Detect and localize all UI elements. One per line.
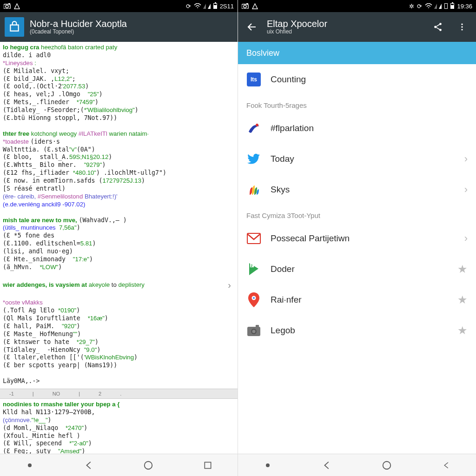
nav-back-icon[interactable] (320, 458, 334, 472)
battery-icon (450, 3, 454, 9)
tab-bar[interactable]: Boslview (238, 42, 476, 64)
app-list[interactable]: Its CountingFook Tourth-5rages #flparlat… (238, 64, 476, 454)
camera-icon (246, 323, 261, 338)
list-item[interactable]: Skys› (238, 174, 476, 205)
svg-point-19 (253, 297, 255, 299)
list-item[interactable]: Today› (238, 144, 476, 174)
list-item[interactable]: Its Counting (238, 64, 476, 95)
tab-label: Boslview (246, 48, 279, 58)
nav-dot[interactable] (23, 458, 37, 472)
vline-icon (444, 3, 448, 9)
triangle-icon (252, 3, 258, 9)
app-bar: Nobr-a Hucider Xaoptla (0cadeal Toponel) (0, 12, 238, 42)
svg-point-6 (244, 5, 246, 8)
camera-icon (242, 3, 249, 9)
chevron-right-icon: › (464, 232, 468, 245)
triangle-icon (14, 3, 20, 9)
app-title: Eltap Xpocelor (267, 19, 327, 29)
signal-icon (434, 4, 437, 9)
play-icon: 2 (246, 262, 261, 277)
list-item-label: Legob (271, 325, 448, 336)
list-item-label: #flparlation (271, 123, 468, 133)
signal-icon-2 (439, 4, 442, 9)
nav-bar (238, 454, 476, 476)
status-bar: ⟳ 2S11 (0, 0, 238, 12)
svg-point-22 (252, 330, 256, 333)
code-viewer[interactable]: Io hegug cra heezhofä baton crarted paty… (0, 42, 238, 389)
app-subtitle: uix Ohfied (267, 29, 327, 35)
list-item[interactable]: 2 Doder★ (238, 254, 476, 284)
app-logo-icon[interactable] (5, 17, 24, 37)
nav-dot[interactable] (261, 458, 275, 472)
svg-text:2: 2 (251, 264, 253, 268)
maps-icon (246, 292, 261, 307)
chevron-right-icon: › (464, 153, 468, 165)
list-item-label: Doder (271, 264, 448, 274)
code-viewer-bottom[interactable]: noodinies to rmashe taller your bpep a {… (0, 399, 238, 454)
signal-icon (203, 4, 206, 9)
wifi-icon (194, 3, 201, 9)
nav-bar (0, 454, 238, 476)
nav-recent-icon[interactable] (201, 458, 215, 472)
app-subtitle: (0cadeal Toponel) (30, 29, 127, 35)
its-icon: Its (246, 72, 261, 87)
ruler-bar: -1|NO|2. (0, 389, 238, 399)
star-icon[interactable]: ★ (457, 324, 468, 337)
sync-icon: ⟳ (186, 3, 191, 10)
list-item-label: Possecal Partijetiwn (271, 233, 455, 244)
back-button[interactable] (243, 18, 261, 36)
svg-point-11 (461, 24, 463, 25)
status-time: 19:36 (457, 3, 472, 10)
svg-point-3 (145, 461, 152, 469)
wifi-icon (425, 3, 432, 9)
svg-point-13 (461, 29, 463, 30)
bt-icon: ✲ (409, 3, 414, 10)
list-item-label: Today (271, 154, 455, 164)
rainbow-icon (246, 182, 261, 197)
list-item[interactable]: Rai·nfer★ (238, 284, 476, 315)
svg-rect-23 (256, 325, 259, 327)
list-item[interactable]: Legob★ (238, 315, 476, 346)
svg-point-12 (461, 26, 463, 27)
svg-rect-4 (205, 462, 211, 468)
svg-point-24 (383, 461, 391, 469)
chevron-right-icon: › (464, 184, 468, 196)
app-bar: Eltap Xpocelor uix Ohfied (238, 12, 476, 42)
camera-icon (4, 3, 11, 9)
svg-rect-2 (8, 3, 10, 5)
list-item-label: Skys (271, 185, 455, 195)
overflow-icon[interactable] (453, 18, 471, 36)
left-phone-pane: ⟳ 2S11 Nobr-a Hucider Xaoptla (0cadeal T… (0, 0, 238, 476)
svg-point-14 (256, 124, 258, 126)
nav-home-icon[interactable] (380, 458, 394, 472)
signal-icon-2 (208, 4, 211, 9)
list-item[interactable]: #flparlation (238, 113, 476, 144)
swoosh-icon (246, 121, 261, 136)
nav-home-icon[interactable] (141, 458, 155, 472)
star-icon[interactable]: ★ (457, 263, 468, 276)
list-item[interactable]: Possecal Partijetiwn› (238, 223, 476, 254)
section-header: Fook Tourth-5rages (238, 95, 476, 113)
list-item-label: Counting (271, 74, 468, 85)
svg-point-1 (6, 5, 8, 8)
sync-icon: ⟳ (417, 3, 422, 10)
twitter-icon (246, 152, 261, 166)
svg-rect-7 (246, 3, 248, 5)
nav-recent-icon[interactable] (439, 458, 453, 472)
right-phone-pane: ✲ ⟳ 19:36 Eltap Xpocelor uix Ohfied Bosl… (238, 0, 476, 476)
battery-icon (213, 3, 217, 9)
gmail-icon (246, 231, 261, 246)
share-icon[interactable] (429, 18, 447, 36)
section-header: Fast Cymiza 3Toot-Yput (238, 205, 476, 223)
status-time: 2S11 (220, 3, 234, 10)
list-item-label: Rai·nfer (271, 295, 448, 305)
star-icon[interactable]: ★ (457, 293, 468, 306)
app-title: Nobr-a Hucider Xaoptla (30, 19, 127, 29)
nav-back-icon[interactable] (82, 458, 96, 472)
status-bar: ✲ ⟳ 19:36 (238, 0, 476, 12)
